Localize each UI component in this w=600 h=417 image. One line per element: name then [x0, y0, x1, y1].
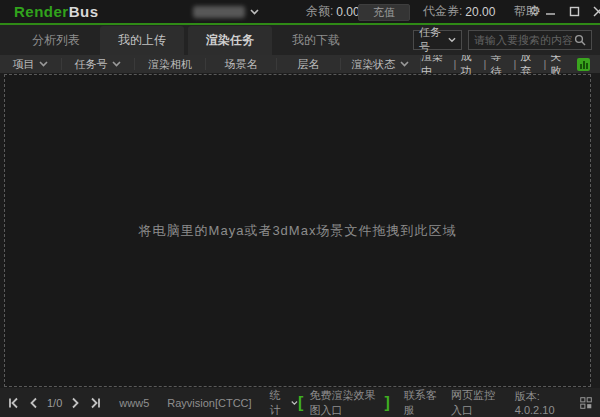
column-header-render-status[interactable]: 渲染状态 — [341, 58, 421, 70]
logo-text-render: Render — [14, 3, 69, 20]
window-controls — [545, 6, 600, 17]
file-drop-area[interactable]: 将电脑里的Maya或者3dMax场景文件拖拽到此区域 — [4, 74, 591, 387]
chevron-down-icon — [112, 61, 121, 67]
tab-render-tasks[interactable]: 渲染任务 — [188, 26, 272, 55]
search-field-label: 任务号 — [419, 25, 448, 55]
chevron-down-icon — [39, 61, 48, 67]
network-line: Rayvision[CTCC] — [167, 397, 251, 409]
column-header-layer-name[interactable]: 层名 — [277, 58, 341, 70]
balance-label: 余额: — [306, 3, 333, 20]
voucher-value: 20.00 — [465, 5, 495, 19]
search-box — [468, 30, 592, 50]
voucher-info: 代金券: 20.00 — [423, 3, 495, 20]
free-render-entry-label: 免费渲染效果图入口 — [309, 388, 378, 417]
statistics-chart-icon[interactable] — [577, 58, 590, 71]
bracket-left: [ — [298, 395, 303, 411]
column-header-task-no[interactable]: 任务号 — [62, 58, 135, 70]
tab-my-uploads[interactable]: 我的上传 — [100, 26, 184, 55]
status-bar: 1/0 www5 Rayvision[CTCC] 统计 [ 免费渲染效果图入口 … — [0, 388, 600, 417]
drop-hint-text: 将电脑里的Maya或者3dMax场景文件拖拽到此区域 — [139, 222, 457, 240]
chevron-down-icon — [400, 61, 409, 67]
filter-separator: | — [513, 58, 516, 70]
tab-bar: 分析列表 我的上传 渲染任务 我的下载 任务号 — [0, 25, 600, 55]
server-node: www5 — [119, 397, 149, 409]
voucher-label: 代金券: — [423, 3, 462, 20]
column-header-render-camera[interactable]: 渲染相机 — [135, 58, 206, 70]
prev-page-icon[interactable] — [29, 397, 38, 409]
maximize-button[interactable] — [569, 6, 580, 17]
account-dropdown[interactable] — [193, 4, 265, 20]
balance-value: 0.00 — [336, 5, 359, 19]
filter-separator: | — [454, 58, 457, 70]
titlebar: RenderBus 余额: 0.00 充值 代金券: 20.00 帮助 ⚙ — [0, 0, 600, 25]
table-header: 项目 任务号 渲染相机 场景名 层名 渲染状态 渲染中 | 成功 | 等待 | … — [0, 55, 600, 73]
search-field-dropdown[interactable]: 任务号 — [413, 30, 462, 50]
chevron-down-icon — [291, 400, 298, 406]
tab-my-downloads[interactable]: 我的下载 — [274, 25, 358, 55]
column-header-project[interactable]: 项目 — [0, 58, 62, 70]
column-header-scene-name[interactable]: 场景名 — [206, 58, 277, 70]
page-indicator: 1/0 — [47, 397, 62, 409]
filter-separator: | — [543, 58, 546, 70]
next-page-icon[interactable] — [71, 397, 80, 409]
statusbar-right: [ 免费渲染效果图入口 ] 联系客服 网页监控入口 版本: 4.0.2.10 — [298, 388, 592, 417]
tab-analysis-list[interactable]: 分析列表 — [14, 25, 98, 55]
qr-code-icon[interactable] — [580, 395, 592, 411]
account-name-masked — [193, 6, 245, 18]
bracket-right: ] — [384, 395, 389, 411]
minimize-button[interactable] — [545, 6, 556, 17]
logo-text-bus: Bus — [69, 3, 99, 20]
search-icon[interactable] — [574, 34, 586, 46]
contact-support-link[interactable]: 联系客服 — [404, 388, 437, 417]
last-page-icon[interactable] — [89, 397, 101, 409]
version-info: 版本: 4.0.2.10 — [515, 389, 566, 416]
first-page-icon[interactable] — [8, 397, 20, 409]
pagination: 1/0 — [8, 397, 101, 409]
free-render-entry-link[interactable]: [ 免费渲染效果图入口 ] — [298, 388, 390, 417]
chevron-down-icon — [448, 37, 456, 43]
close-button[interactable] — [593, 6, 600, 17]
stats-dropdown[interactable]: 统计 — [270, 388, 298, 417]
recharge-button[interactable]: 充值 — [358, 4, 410, 21]
chevron-down-icon — [250, 9, 259, 15]
search-input[interactable] — [474, 34, 574, 46]
web-monitor-link[interactable]: 网页监控入口 — [451, 388, 501, 417]
filter-separator: | — [483, 58, 486, 70]
app-logo: RenderBus — [14, 3, 99, 20]
search-area: 任务号 — [413, 30, 592, 50]
gear-icon[interactable]: ⚙ — [529, 3, 541, 18]
